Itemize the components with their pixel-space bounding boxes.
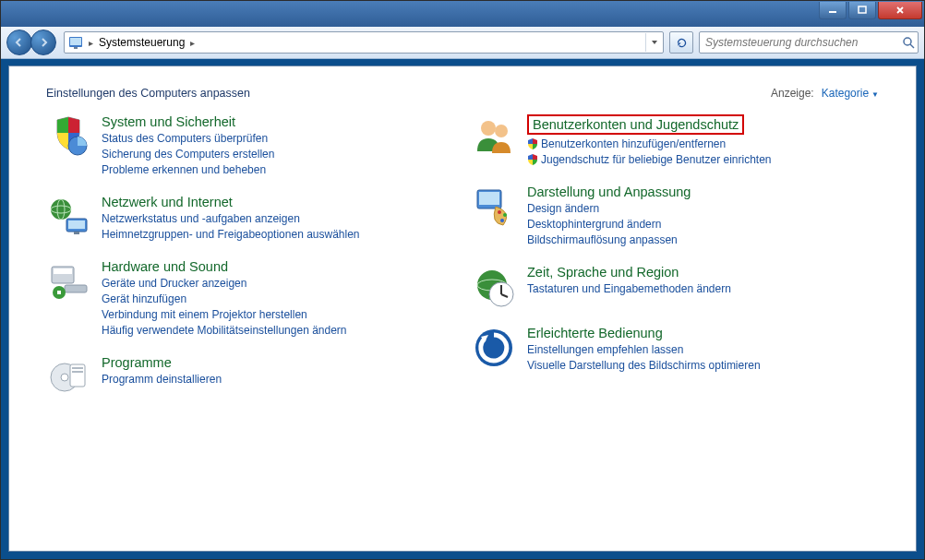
task-link[interactable]: Visuelle Darstellung des Bildschirms opt… bbox=[527, 358, 879, 374]
category-shield-chart: System und SicherheitStatus des Computer… bbox=[46, 114, 453, 178]
history-dropdown-button[interactable] bbox=[645, 33, 663, 52]
address-bar[interactable]: ▸ Systemsteuerung ▸ bbox=[64, 31, 664, 54]
content-pane: Einstellungen des Computers anpassen Anz… bbox=[8, 66, 917, 552]
task-link[interactable]: Heimnetzgruppen- und Freigabeoptionen au… bbox=[102, 227, 453, 243]
category-hardware: Hardware und SoundGeräte und Drucker anz… bbox=[46, 259, 453, 339]
search-box[interactable] bbox=[699, 31, 919, 54]
svg-rect-27 bbox=[479, 192, 499, 205]
chevron-down-icon bbox=[651, 39, 658, 46]
chevron-down-icon: ▼ bbox=[871, 90, 879, 99]
task-link[interactable]: Netzwerkstatus und -aufgaben anzeigen bbox=[102, 211, 453, 227]
forward-button[interactable] bbox=[30, 30, 56, 55]
hardware-icon[interactable] bbox=[46, 259, 90, 304]
maximize-button[interactable] bbox=[848, 2, 876, 19]
svg-point-30 bbox=[500, 219, 504, 222]
svg-rect-0 bbox=[829, 11, 836, 13]
clock-icon[interactable] bbox=[472, 265, 516, 309]
svg-rect-13 bbox=[74, 232, 79, 234]
refresh-button[interactable] bbox=[669, 31, 693, 54]
shield-chart-icon[interactable] bbox=[46, 114, 90, 159]
task-link[interactable]: Probleme erkennen und beheben bbox=[102, 162, 453, 178]
minimize-icon bbox=[828, 6, 837, 15]
nav-toolbar: ▸ Systemsteuerung ▸ bbox=[1, 27, 924, 59]
svg-line-6 bbox=[910, 44, 914, 48]
svg-rect-4 bbox=[74, 47, 78, 49]
svg-rect-16 bbox=[65, 285, 87, 292]
arrow-left-icon bbox=[14, 37, 25, 48]
svg-rect-1 bbox=[859, 6, 866, 13]
category-clock: Zeit, Sprache und RegionTastaturen und E… bbox=[472, 265, 879, 309]
category-programs: ProgrammeProgramm deinstallieren bbox=[46, 355, 453, 399]
refresh-icon bbox=[676, 37, 688, 49]
task-link[interactable]: Benutzerkonten hinzufügen/entfernen bbox=[527, 137, 879, 152]
category-ease: Erleichterte BedienungEinstellungen empf… bbox=[472, 326, 879, 374]
left-column: System und SicherheitStatus des Computer… bbox=[46, 114, 453, 416]
control-panel-window: ▸ Systemsteuerung ▸ Einstellungen des Co… bbox=[0, 0, 925, 560]
close-icon bbox=[895, 6, 905, 15]
breadcrumb-root[interactable]: Systemsteuerung bbox=[95, 36, 188, 49]
uac-shield-icon bbox=[527, 138, 538, 149]
category-appearance: Darstellung und AnpassungDesign ändernDe… bbox=[472, 185, 879, 248]
task-link[interactable]: Verbindung mit einem Projektor herstelle… bbox=[102, 307, 453, 323]
back-button[interactable] bbox=[6, 30, 32, 55]
programs-icon[interactable] bbox=[46, 355, 90, 399]
task-link[interactable]: Desktophintergrund ändern bbox=[527, 217, 879, 232]
view-label: Anzeige: bbox=[771, 87, 814, 100]
category-title[interactable]: Programme bbox=[102, 355, 453, 370]
view-value: Kategorie bbox=[822, 87, 869, 100]
titlebar[interactable] bbox=[1, 1, 924, 27]
task-link[interactable]: Gerät hinzufügen bbox=[102, 292, 453, 307]
svg-point-8 bbox=[51, 199, 71, 220]
ease-icon[interactable] bbox=[472, 326, 516, 370]
highlight-box: Benutzerkonten und Jugendschutz bbox=[527, 114, 744, 135]
task-link[interactable]: Status des Computers überprüfen bbox=[102, 131, 453, 147]
category-title[interactable]: Benutzerkonten und Jugendschutz bbox=[527, 114, 879, 135]
category-grid: System und SicherheitStatus des Computer… bbox=[9, 105, 916, 425]
window-buttons bbox=[817, 1, 922, 19]
svg-point-28 bbox=[498, 210, 501, 214]
task-link[interactable]: Jugendschutz für beliebige Benutzer einr… bbox=[527, 152, 879, 168]
task-link[interactable]: Einstellungen empfehlen lassen bbox=[527, 342, 879, 358]
category-title[interactable]: System und Sicherheit bbox=[102, 114, 453, 129]
page-title: Einstellungen des Computers anpassen bbox=[46, 87, 771, 100]
control-panel-icon bbox=[68, 35, 83, 50]
arrow-right-icon bbox=[38, 37, 49, 48]
task-link[interactable]: Design ändern bbox=[527, 201, 879, 217]
appearance-icon[interactable] bbox=[472, 185, 516, 229]
svg-point-25 bbox=[495, 125, 508, 137]
category-title[interactable]: Erleichterte Bedienung bbox=[527, 326, 879, 340]
category-title[interactable]: Hardware und Sound bbox=[102, 259, 453, 274]
maximize-icon bbox=[858, 6, 867, 15]
task-link[interactable]: Häufig verwendete Mobilitätseinstellunge… bbox=[102, 323, 453, 339]
search-input[interactable] bbox=[700, 36, 899, 49]
svg-point-20 bbox=[61, 374, 68, 381]
task-link[interactable]: Sicherung des Computers erstellen bbox=[102, 147, 453, 162]
svg-point-5 bbox=[904, 38, 911, 45]
category-users: Benutzerkonten und JugendschutzBenutzerk… bbox=[472, 114, 879, 168]
close-button[interactable] bbox=[878, 2, 922, 19]
category-title[interactable]: Netzwerk und Internet bbox=[102, 195, 453, 209]
category-title[interactable]: Zeit, Sprache und Region bbox=[527, 265, 879, 280]
svg-point-29 bbox=[503, 213, 507, 217]
minimize-button[interactable] bbox=[819, 2, 847, 19]
svg-rect-22 bbox=[72, 367, 83, 369]
search-icon[interactable] bbox=[899, 36, 918, 49]
svg-rect-15 bbox=[54, 268, 72, 274]
task-link[interactable]: Geräte und Drucker anzeigen bbox=[102, 276, 453, 292]
breadcrumb-arrow-icon[interactable]: ▸ bbox=[87, 38, 95, 48]
task-link[interactable]: Tastaturen und Eingabemethoden ändern bbox=[527, 281, 879, 297]
network-icon[interactable] bbox=[46, 195, 90, 239]
svg-rect-18 bbox=[57, 291, 61, 294]
breadcrumb-arrow-icon[interactable]: ▸ bbox=[188, 38, 197, 48]
task-link[interactable]: Programm deinstallieren bbox=[102, 372, 453, 387]
users-icon[interactable] bbox=[472, 114, 516, 159]
svg-rect-23 bbox=[72, 371, 83, 373]
svg-point-24 bbox=[481, 121, 496, 136]
right-column: Benutzerkonten und JugendschutzBenutzerk… bbox=[472, 114, 879, 416]
svg-rect-12 bbox=[68, 220, 85, 229]
category-title[interactable]: Darstellung und Anpassung bbox=[527, 185, 879, 199]
svg-rect-3 bbox=[70, 38, 81, 45]
view-dropdown[interactable]: Kategorie▼ bbox=[822, 87, 879, 100]
task-link[interactable]: Bildschirmauflösung anpassen bbox=[527, 232, 879, 248]
uac-shield-icon bbox=[527, 154, 538, 165]
